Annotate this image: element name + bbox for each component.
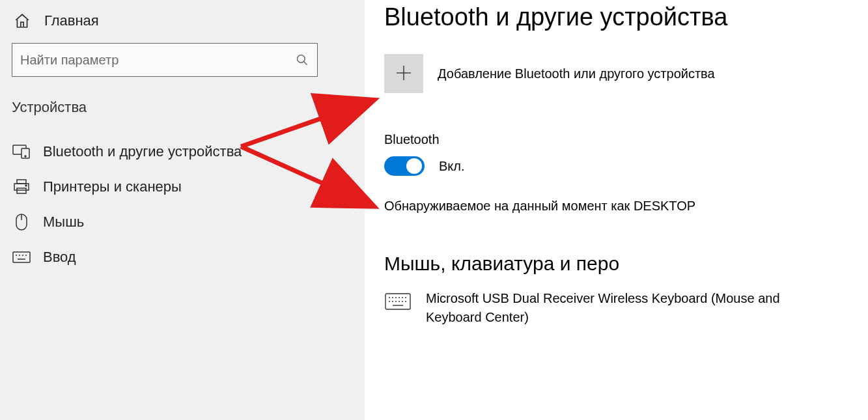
toggle-state-label: Вкл. <box>439 159 465 174</box>
sidebar-item-bluetooth[interactable]: Bluetooth и другие устройства <box>0 134 365 169</box>
toggle-knob <box>406 158 422 174</box>
sidebar-item-mouse[interactable]: Мышь <box>0 204 365 240</box>
bluetooth-toggle[interactable] <box>384 156 425 176</box>
sidebar-item-label: Принтеры и сканеры <box>43 178 182 195</box>
keyboard-device-icon <box>384 292 412 311</box>
bluetooth-toggle-row: Вкл. <box>384 156 848 176</box>
sub-heading: Мышь, клавиатура и перо <box>384 253 848 275</box>
printer-icon <box>12 178 31 195</box>
search-icon <box>295 53 309 67</box>
device-name: Microsoft USB Dual Receiver Wireless Key… <box>426 289 791 327</box>
add-device-button[interactable] <box>384 54 423 93</box>
sidebar: Главная Устройства <box>0 0 365 420</box>
section-title: Устройства <box>0 92 365 134</box>
sidebar-item-label: Bluetooth и другие устройства <box>43 143 242 160</box>
sidebar-item-label: Ввод <box>43 249 76 266</box>
search-container <box>0 43 365 92</box>
svg-point-0 <box>298 55 305 63</box>
keyboard-icon <box>12 249 31 266</box>
main-content: Bluetooth и другие устройства Добавление… <box>365 0 868 420</box>
bluetooth-heading: Bluetooth <box>384 132 848 147</box>
svg-rect-11 <box>13 252 30 262</box>
home-nav[interactable]: Главная <box>0 7 365 43</box>
add-device-row: Добавление Bluetooth или другого устройс… <box>384 54 848 93</box>
svg-rect-7 <box>17 188 26 193</box>
search-input[interactable] <box>12 44 317 76</box>
add-device-label: Добавление Bluetooth или другого устройс… <box>438 66 715 81</box>
device-row[interactable]: Microsoft USB Dual Receiver Wireless Key… <box>384 289 848 327</box>
home-icon <box>12 10 33 31</box>
svg-point-8 <box>25 185 27 186</box>
sidebar-item-typing[interactable]: Ввод <box>0 240 365 275</box>
svg-line-1 <box>304 62 307 65</box>
page-title: Bluetooth и другие устройства <box>384 3 848 31</box>
svg-point-4 <box>25 156 26 157</box>
mouse-icon <box>12 214 31 231</box>
sidebar-item-label: Мышь <box>43 214 84 231</box>
plus-icon <box>395 64 413 84</box>
devices-icon <box>12 143 31 160</box>
sidebar-item-printers[interactable]: Принтеры и сканеры <box>0 169 365 204</box>
discoverable-text: Обнаруживаемое на данный момент как DESK… <box>384 199 848 214</box>
search-box[interactable] <box>12 43 318 77</box>
svg-rect-5 <box>17 180 26 184</box>
home-label: Главная <box>44 12 99 29</box>
